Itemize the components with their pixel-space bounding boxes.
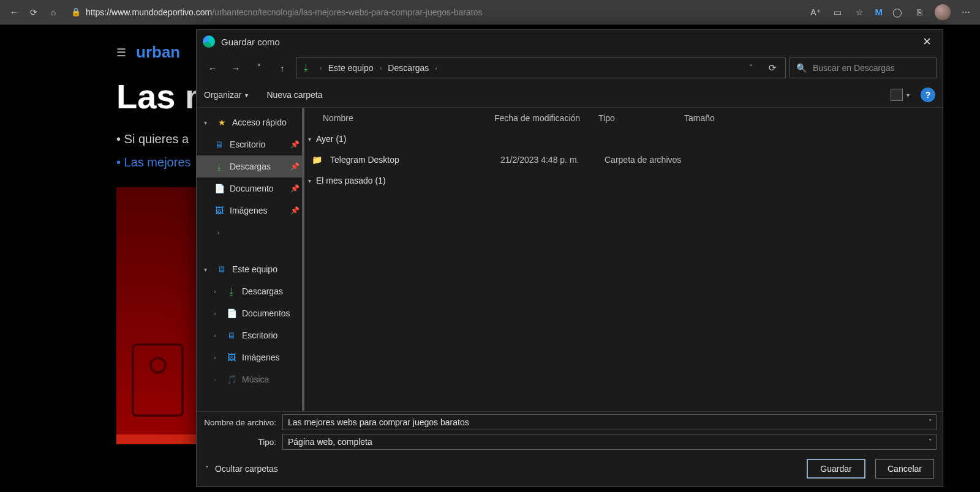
tree-item-pc-escritorio[interactable]: › 🖥 Escritorio	[197, 324, 304, 346]
tree-item-escritorio[interactable]: 🖥 Escritorio 📌	[197, 133, 304, 155]
chevron-down-icon: ▾	[308, 177, 311, 184]
file-type: Carpeta de archivos	[605, 155, 703, 165]
chevron-down-icon[interactable]: ˅	[929, 419, 932, 427]
chevron-down-icon: ▾	[245, 92, 248, 99]
column-name[interactable]: Nombre	[304, 113, 488, 123]
dialog-titlebar[interactable]: Guardar como ✕	[197, 30, 943, 53]
star-icon: ★	[216, 117, 227, 127]
pictures-icon: 🖼	[226, 352, 237, 362]
dialog-toolbar: Organizar ▾ Nueva carpeta ▾ ?	[197, 83, 943, 107]
tree-label: Descargas	[242, 286, 283, 296]
address-bar[interactable]: 🔒 https://www.mundodeportivo.com/urbante…	[66, 4, 803, 21]
column-date[interactable]: Fecha de modificación	[488, 113, 592, 123]
collections-icon[interactable]: ⎘	[913, 6, 926, 19]
lock-icon: 🔒	[71, 7, 81, 17]
breadcrumb-dropdown-icon[interactable]: ˅	[747, 64, 755, 72]
new-folder-button[interactable]: Nueva carpeta	[266, 90, 322, 100]
close-icon[interactable]: ✕	[918, 34, 937, 50]
pin-icon: 📌	[290, 206, 300, 215]
nav-back-button[interactable]: ←	[203, 58, 222, 78]
downloads-icon: ⭳	[226, 286, 237, 296]
extension-m-icon[interactable]: M	[875, 7, 883, 17]
filetype-label: Tipo:	[203, 438, 282, 447]
nav-recent-button[interactable]: ˅	[249, 58, 269, 78]
profile-avatar[interactable]	[935, 4, 951, 20]
tree-item-pc-imagenes[interactable]: › 🖼 Imágenes	[197, 346, 304, 368]
view-mode-button[interactable]	[891, 89, 903, 101]
downloads-icon: ⭳	[301, 62, 311, 73]
column-size[interactable]: Tamaño	[678, 113, 739, 123]
more-icon[interactable]: ⋯	[959, 6, 973, 19]
group-ayer[interactable]: ▾ Ayer (1)	[304, 129, 943, 149]
group-label: Ayer (1)	[316, 134, 347, 144]
file-row[interactable]: 📁 Telegram Desktop 21/2/2023 4:48 p. m. …	[304, 149, 943, 170]
search-icon: 🔍	[796, 63, 807, 73]
chevron-up-icon: ˄	[205, 465, 209, 473]
tree-item-pc-descargas[interactable]: › ⭳ Descargas	[197, 280, 304, 302]
cancel-button[interactable]: Cancelar	[875, 459, 934, 479]
translate-icon[interactable]: ▭	[831, 6, 845, 19]
breadcrumb-refresh-icon[interactable]: ⟳	[758, 62, 780, 73]
hide-folders-button[interactable]: ˄ Ocultar carpetas	[205, 464, 278, 474]
filetype-field[interactable]: Página web, completa ˅	[282, 434, 937, 450]
read-aloud-icon[interactable]: A⁺	[809, 6, 823, 19]
chevron-down-icon[interactable]: ˅	[929, 438, 932, 446]
nav-up-button[interactable]: ↑	[273, 58, 292, 78]
help-icon[interactable]: ?	[921, 88, 935, 102]
dialog-title: Guardar como	[221, 37, 280, 47]
filename-field[interactable]: Las mejores webs para comprar juegos bar…	[282, 414, 937, 430]
chevron-right-icon[interactable]: ›	[316, 64, 326, 72]
hide-folders-label: Ocultar carpetas	[215, 464, 278, 474]
tree-label: Documento	[230, 184, 274, 193]
folder-icon: 📁	[312, 155, 325, 165]
tree-this-pc[interactable]: ▾ 🖥 Este equipo	[197, 258, 304, 280]
group-mes-pasado[interactable]: ▾ El mes pasado (1)	[304, 170, 943, 191]
desktop-icon: 🖥	[214, 140, 225, 149]
tree-item-pc-documentos[interactable]: › 📄 Documentos	[197, 302, 304, 324]
nav-forward-button[interactable]: →	[226, 58, 246, 78]
nav-home-icon[interactable]: ⌂	[47, 6, 60, 19]
chevron-down-icon[interactable]: ▾	[204, 119, 211, 126]
filename-label: Nombre de archivo:	[203, 418, 282, 427]
edge-icon	[203, 35, 215, 48]
tree-quick-access[interactable]: ▾ ★ Acceso rápido	[197, 111, 304, 133]
organize-menu[interactable]: Organizar ▾	[204, 90, 248, 100]
hamburger-icon[interactable]: ☰	[116, 46, 126, 59]
chevron-down-icon[interactable]: ▾	[907, 92, 910, 99]
file-date: 21/2/2023 4:48 p. m.	[500, 155, 605, 165]
nav-back-icon[interactable]: ←	[7, 6, 21, 19]
tree-label: Escritorio	[230, 140, 265, 149]
dialog-body: ▾ ★ Acceso rápido 🖥 Escritorio 📌 ⭳ Desca…	[197, 107, 943, 412]
chevron-right-icon: ›	[214, 332, 221, 339]
extension-c-icon[interactable]: ◯	[891, 6, 904, 19]
search-placeholder: Buscar en Descargas	[813, 63, 895, 73]
chevron-right-icon: ›	[217, 229, 225, 236]
file-list-header: Nombre Fecha de modificación Tipo Tamaño	[304, 108, 943, 129]
tree-item-pc-musica[interactable]: › 🎵 Música	[197, 368, 304, 390]
chevron-right-icon[interactable]: ›	[376, 64, 386, 72]
breadcrumb-root[interactable]: Este equipo	[328, 63, 374, 73]
tree-item-documentos[interactable]: 📄 Documento 📌	[197, 177, 304, 199]
chevron-right-icon[interactable]: ›	[431, 64, 441, 72]
tree-label: Música	[242, 375, 269, 384]
search-input[interactable]: 🔍 Buscar en Descargas	[790, 58, 937, 78]
scrollbar[interactable]	[302, 108, 304, 411]
save-button[interactable]: Guardar	[807, 459, 865, 479]
breadcrumb[interactable]: ⭳ › Este equipo › Descargas › ˅ ⟳	[296, 58, 786, 78]
tree-item-descargas[interactable]: ⭳ Descargas 📌	[197, 155, 304, 177]
filetype-value: Página web, completa	[288, 437, 372, 447]
music-icon: 🎵	[226, 375, 237, 384]
site-logo[interactable]: urban	[136, 43, 180, 62]
file-name: Telegram Desktop	[325, 155, 500, 165]
url-text: https://www.mundodeportivo.com/urbantecn…	[86, 7, 482, 17]
chevron-down-icon[interactable]: ▾	[204, 266, 211, 273]
tree-item-imagenes[interactable]: 🖼 Imágenes 📌	[197, 199, 304, 222]
column-type[interactable]: Tipo	[592, 113, 678, 123]
dialog-footer: ˄ Ocultar carpetas Guardar Cancelar	[197, 451, 943, 486]
tree-expand-more[interactable]: ›	[197, 222, 304, 244]
desktop-icon: 🖥	[226, 330, 237, 340]
favorite-icon[interactable]: ☆	[853, 6, 867, 19]
pin-icon: 📌	[290, 140, 300, 149]
breadcrumb-current[interactable]: Descargas	[388, 63, 429, 73]
nav-refresh-icon[interactable]: ⟳	[27, 6, 40, 19]
